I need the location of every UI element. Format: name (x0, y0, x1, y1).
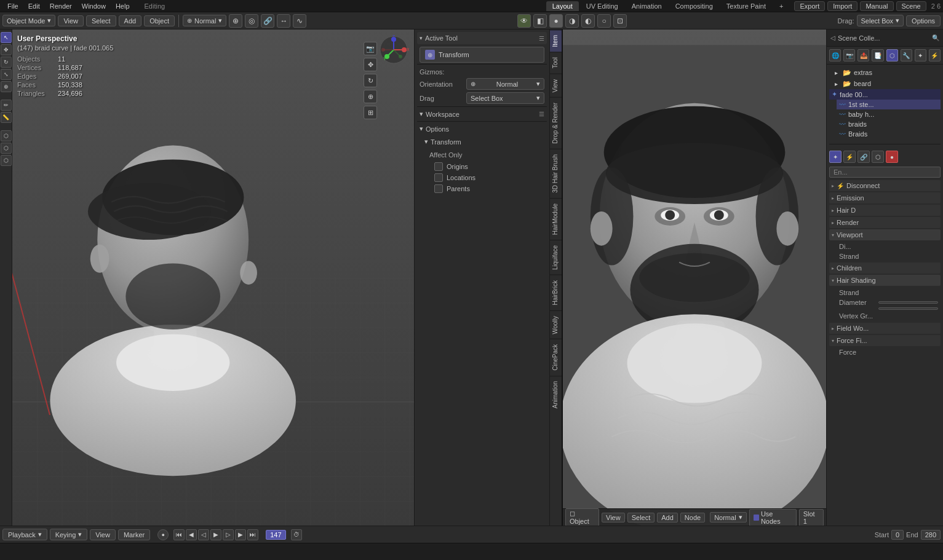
tw-grab-btn[interactable]: ✥ (364, 58, 377, 71)
object-btn[interactable]: Object (144, 15, 175, 26)
parents-checkbox[interactable] (434, 184, 443, 193)
tool-transform[interactable]: ⊕ (1, 81, 12, 92)
drag-dropdown[interactable]: Select Box ▾ (466, 92, 544, 104)
import-btn[interactable]: Import (827, 1, 857, 11)
keying-btn[interactable]: Keying ▾ (50, 529, 88, 540)
end-frame[interactable]: 280 (921, 530, 941, 540)
frp-expand-icon[interactable]: ◁ (830, 34, 835, 41)
material-icon[interactable]: ● (886, 151, 898, 163)
vtab-hair-brush[interactable]: 3D Hair Brush (550, 149, 562, 198)
hair-shading-section[interactable]: ▾ Hair Shading (829, 275, 941, 286)
vtab-liquiface[interactable]: Liquiface (550, 240, 562, 275)
vtab-woolly[interactable]: Woolly (550, 310, 562, 339)
constraint-icon[interactable]: 🔗 (857, 151, 870, 163)
viewport-shade-material[interactable]: ◑ (565, 14, 579, 28)
proportional-edit-btn[interactable]: ◎ (245, 14, 258, 28)
frp-physics-icon[interactable]: ⚡ (929, 49, 941, 61)
drag-selector[interactable]: Select Box ▾ (857, 15, 904, 26)
extra-btn[interactable]: ∿ (293, 14, 306, 28)
scene-item-fade[interactable]: ✦ fade 00... (829, 89, 941, 100)
frame-counter-icon[interactable]: ⏱ (291, 529, 302, 540)
frp-output-icon[interactable]: 📤 (857, 49, 869, 61)
menu-help[interactable]: Help (111, 1, 135, 11)
vtab-drop-render[interactable]: Drop & Render (550, 97, 562, 149)
vtab-hairbrick[interactable]: HairBrick (550, 275, 562, 310)
vr-add-btn[interactable]: Add (657, 513, 678, 523)
menu-render[interactable]: Render (45, 1, 77, 11)
tw-grid-btn[interactable]: ⊞ (364, 106, 377, 119)
diameter2-value[interactable] (878, 307, 938, 310)
normal-selector[interactable]: ⊕ Normal ▾ (183, 15, 226, 26)
scene-item-beard[interactable]: ▸ 📂 beard (829, 78, 941, 89)
transform-tool-btn[interactable]: ⊕ Transform (420, 47, 544, 63)
active-tool-menu[interactable]: ☰ (539, 35, 544, 42)
vr-object-btn[interactable]: ◻ Object (565, 508, 599, 526)
vr-view-btn[interactable]: View (602, 513, 625, 523)
skip-to-start-btn[interactable]: ⏮ (173, 529, 185, 540)
add-btn[interactable]: Add (119, 15, 142, 26)
skip-to-end-btn[interactable]: ⏭ (247, 529, 258, 540)
active-tool-header[interactable]: ▾ Active Tool ☰ (417, 32, 547, 44)
next-keyframe-btn[interactable]: ▷ (223, 529, 234, 540)
transform-icon-btn[interactable]: ⊕ (229, 14, 242, 28)
viewport-shade-solid[interactable]: ● (549, 14, 563, 28)
frp-filter-icon[interactable]: 🔍 (932, 34, 939, 41)
viewport-right[interactable]: ◻ Object View Select Add Node Normal ▾ U… (562, 30, 826, 526)
options-btn[interactable]: Options (906, 15, 941, 26)
frame-start-circle[interactable]: ● (157, 529, 169, 540)
hair-d-section[interactable]: ▸ Hair D (829, 205, 941, 216)
frp-scene-icon[interactable]: 🌐 (829, 49, 841, 61)
object-data-icon[interactable]: ⬡ (872, 151, 884, 163)
view-timeline-btn[interactable]: View (90, 529, 116, 540)
editor-type-btn[interactable]: ⊡ (613, 14, 627, 28)
vr-slot-btn[interactable]: Slot 1 (799, 509, 824, 526)
tab-animation[interactable]: Animation (626, 1, 668, 11)
particle-icon-active[interactable]: ✦ (829, 151, 842, 163)
viewport-section[interactable]: ▾ Viewport (829, 229, 941, 240)
vtab-hairmodule[interactable]: HairModule (550, 198, 562, 240)
tool-object3[interactable]: ⬡ (1, 155, 12, 166)
frp-object-icon[interactable]: ⬡ (886, 49, 898, 61)
scene-btn[interactable]: Scene (896, 1, 926, 11)
view-btn[interactable]: View (58, 15, 84, 26)
tab-layout[interactable]: Layout (546, 1, 579, 11)
orientation-dropdown[interactable]: ⊕ Normal ▾ (466, 78, 544, 90)
snap-btn[interactable]: 🔗 (261, 14, 274, 28)
start-frame[interactable]: 0 (891, 530, 904, 540)
frp-modifier-icon[interactable]: 🔧 (901, 49, 912, 61)
tool-rotate[interactable]: ↻ (1, 57, 12, 68)
workspace-menu[interactable]: ☰ (539, 111, 544, 117)
tool-move[interactable]: ✥ (1, 44, 12, 55)
tab-add[interactable]: + (773, 1, 789, 11)
mirror-btn[interactable]: ↔ (277, 14, 290, 28)
mode-selector[interactable]: Object Mode ▾ (2, 15, 55, 26)
vr-use-nodes-btn[interactable]: Use Nodes (749, 509, 797, 526)
viewport-shade-rendered[interactable]: ◐ (581, 14, 595, 28)
tw-zoom-btn[interactable]: ⊕ (364, 90, 377, 103)
tool-measure[interactable]: 📏 (1, 112, 12, 123)
prev-frame-btn[interactable]: ◀ (186, 529, 197, 540)
frp-particles-icon[interactable]: ✦ (915, 49, 926, 61)
children-section[interactable]: ▸ Children (829, 262, 941, 274)
vtab-tool[interactable]: Tool (550, 52, 562, 73)
export-btn[interactable]: Export (794, 1, 825, 11)
locations-checkbox[interactable] (434, 173, 443, 182)
tab-compositing[interactable]: Compositing (669, 1, 719, 11)
emission-section[interactable]: ▸ Emission (829, 192, 941, 203)
scene-item-braids2[interactable]: 〰 Braids (837, 129, 941, 139)
diameter-value[interactable] (878, 301, 938, 304)
frp-view-layer-icon[interactable]: 📑 (872, 49, 883, 61)
disconnect-section[interactable]: ▸ ⚡ Disconnect (829, 180, 941, 191)
vr-select-btn[interactable]: Select (627, 513, 655, 523)
manual-btn[interactable]: Manual (860, 1, 893, 11)
tab-uv-editing[interactable]: UV Editing (580, 1, 624, 11)
next-frame-btn[interactable]: ▶ (235, 529, 246, 540)
scene-item-1st[interactable]: 〰 1st ste... (837, 100, 941, 109)
scene-item-baby[interactable]: 〰 baby h... (837, 109, 941, 119)
force-icon[interactable]: ⚡ (843, 151, 856, 163)
xray-btn[interactable]: ◧ (533, 14, 547, 28)
tool-object2[interactable]: ⬡ (1, 143, 12, 154)
tw-rotate-btn[interactable]: ↻ (364, 74, 377, 87)
origins-checkbox[interactable] (434, 162, 443, 171)
options-section[interactable]: ▾ Options (417, 123, 547, 135)
